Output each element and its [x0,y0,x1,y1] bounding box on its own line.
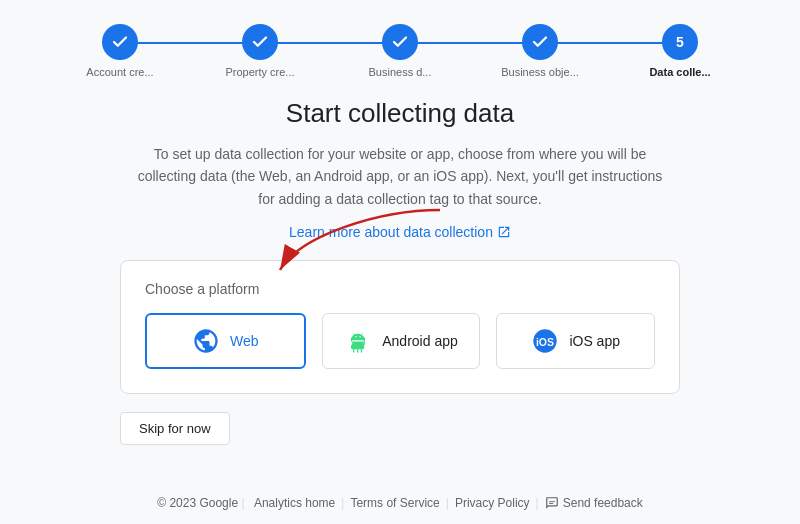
ios-button-label: iOS app [569,333,620,349]
web-button-label: Web [230,333,259,349]
skip-section: Skip for now [120,412,680,445]
step-label-account: Account cre... [86,66,153,78]
platform-section-heading: Choose a platform [145,281,655,297]
step-number-data-coll: 5 [676,34,684,50]
footer-terms-link[interactable]: Terms of Service [350,496,439,510]
footer-copyright: © 2023 Google [157,496,238,510]
learn-more-link[interactable]: Learn more about data collection [289,224,511,240]
svg-rect-3 [549,501,555,502]
android-platform-button[interactable]: Android app [322,313,481,369]
step-circle-business-o [522,24,558,60]
skip-for-now-button[interactable]: Skip for now [120,412,230,445]
footer-feedback-link[interactable]: Send feedback [545,496,643,510]
footer: © 2023 Google | Analytics home | Terms o… [0,496,800,510]
step-property: Property cre... [190,24,330,78]
main-content: Start collecting data To set up data col… [0,88,800,445]
web-platform-button[interactable]: Web [145,313,306,369]
learn-more-text: Learn more about data collection [289,224,493,240]
footer-analytics-home-link[interactable]: Analytics home [254,496,335,510]
step-label-business-d: Business d... [369,66,432,78]
step-label-data-coll: Data colle... [649,66,710,78]
platform-buttons: Web Android app iOS [145,313,655,369]
step-account: Account cre... [50,24,190,78]
page-description: To set up data collection for your websi… [130,143,670,210]
step-circle-property [242,24,278,60]
step-business-d: Business d... [330,24,470,78]
footer-feedback-text: Send feedback [563,496,643,510]
ios-platform-button[interactable]: iOS iOS app [496,313,655,369]
step-circle-business-d [382,24,418,60]
ios-icon: iOS [531,327,559,355]
feedback-icon [545,496,559,510]
android-icon [344,327,372,355]
page-title: Start collecting data [286,98,514,129]
svg-rect-4 [549,503,553,504]
step-circle-account [102,24,138,60]
step-data-coll: 5 Data colle... [610,24,750,78]
stepper: Account cre... Property cre... Business … [0,0,800,88]
footer-privacy-link[interactable]: Privacy Policy [455,496,530,510]
svg-text:iOS: iOS [536,336,554,348]
step-label-property: Property cre... [225,66,294,78]
external-link-icon [497,225,511,239]
web-icon [192,327,220,355]
platform-card: Choose a platform Web [120,260,680,394]
step-business-o: Business obje... [470,24,610,78]
step-circle-data-coll: 5 [662,24,698,60]
android-button-label: Android app [382,333,458,349]
platform-card-container: Choose a platform Web [120,260,680,394]
step-label-business-o: Business obje... [501,66,579,78]
